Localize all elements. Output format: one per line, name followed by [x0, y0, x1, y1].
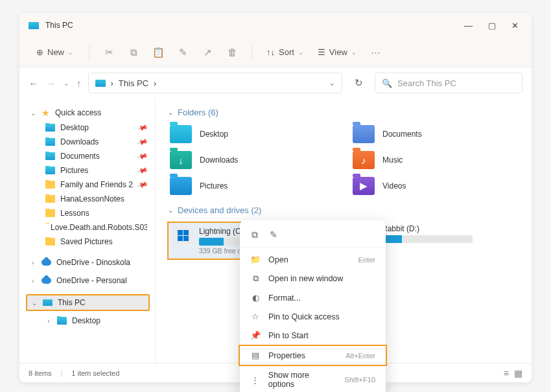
thispc-icon	[43, 299, 53, 306]
ctx-item-label: Open in new window	[268, 274, 343, 283]
status-item-count: 8 items	[29, 369, 51, 377]
ctx-item-label: Pin to Start	[268, 331, 309, 340]
rename-icon[interactable]: ✎	[174, 43, 192, 62]
sidebar-item-desktop[interactable]: Desktop📌	[26, 121, 151, 135]
chevron-down-icon: ⌄	[167, 109, 174, 116]
downloads-icon	[45, 138, 55, 146]
thispc-icon	[95, 80, 106, 87]
desktop-icon	[57, 317, 67, 325]
sidebar-item-folder[interactable]: HanaLessonNotes	[26, 192, 151, 206]
sidebar-thispc-desktop[interactable]: ›Desktop	[26, 314, 151, 328]
folder-music[interactable]: ♪Music	[350, 150, 520, 170]
ctx-item-label: Pin to Quick access	[268, 312, 340, 321]
cut-icon[interactable]: ✂	[100, 43, 118, 62]
star-icon: ☆	[250, 312, 261, 321]
folder-icon	[45, 209, 55, 217]
icons-view-toggle[interactable]: ▦	[514, 368, 522, 378]
sidebar-onedrive-personal[interactable]: › OneDrive - Personal	[26, 273, 151, 288]
ctx-shortcut: Shift+F10	[345, 376, 375, 384]
folders-section-header[interactable]: ⌄ Folders (6)	[167, 108, 520, 117]
chevron-down-icon[interactable]: ⌄	[329, 78, 335, 87]
documents-folder-icon	[353, 125, 375, 143]
pictures-icon	[45, 167, 55, 174]
minimize-button[interactable]: —	[464, 21, 473, 30]
section-header-label: Devices and drives (2)	[178, 205, 261, 215]
ctx-open-new-window[interactable]: ⧉Open in new window	[240, 269, 386, 288]
recent-dropdown[interactable]: ⌄	[64, 80, 69, 87]
maximize-button[interactable]: ▢	[488, 21, 496, 30]
folder-icon: 📁	[250, 255, 261, 264]
chevron-down-icon: ⌄	[298, 49, 303, 56]
more-icon[interactable]: ⋯	[367, 43, 385, 62]
paste-icon[interactable]: 📋	[149, 43, 167, 62]
rename-icon[interactable]: ✎	[270, 229, 277, 240]
documents-icon	[45, 152, 55, 160]
breadcrumb[interactable]: › This PC › ⌄	[88, 73, 343, 93]
folder-documents[interactable]: Documents	[350, 124, 520, 144]
up-button[interactable]: ↑	[76, 78, 82, 89]
sidebar-item-folder[interactable]: Saved Pictures	[26, 235, 151, 249]
sidebar-item-label: Desktop	[60, 123, 89, 132]
ctx-pin-quick-access[interactable]: ☆Pin to Quick access	[240, 307, 386, 326]
sidebar-quick-access[interactable]: ⌄ ★ Quick access	[26, 105, 151, 121]
pin-icon: 📌	[137, 136, 149, 148]
sidebar-item-downloads[interactable]: Downloads📌	[26, 135, 151, 149]
close-button[interactable]: ✕	[511, 21, 519, 30]
folder-label: Pictures	[200, 181, 228, 190]
folder-videos[interactable]: ▶Videos	[350, 176, 520, 196]
sidebar-item-documents[interactable]: Documents📌	[26, 149, 151, 163]
ctx-shortcut: Alt+Enter	[346, 352, 375, 360]
ctx-item-label: Open	[268, 255, 288, 264]
drives-section-header[interactable]: ⌄ Devices and drives (2)	[167, 205, 520, 215]
sidebar-item-label: Saved Pictures	[60, 237, 113, 246]
ctx-pin-start[interactable]: 📌Pin to Start	[240, 326, 386, 345]
context-menu-quick-actions: ⧉ ✎	[240, 225, 386, 248]
folder-downloads[interactable]: ↓Downloads	[167, 150, 337, 170]
sidebar-item-pictures[interactable]: Pictures📌	[26, 163, 151, 178]
sidebar-item-label: Downloads	[60, 137, 99, 146]
chevron-right-icon: ›	[45, 317, 52, 325]
view-icon: ☰	[318, 47, 325, 57]
sidebar-item-folder[interactable]: Lessons	[26, 206, 151, 220]
search-input[interactable]: 🔍 Search This PC	[375, 73, 522, 93]
breadcrumb-location[interactable]: This PC	[119, 78, 148, 88]
folder-pictures[interactable]: Pictures	[167, 176, 337, 196]
refresh-button[interactable]: ↻	[349, 77, 368, 89]
thispc-titlebar-icon	[29, 22, 39, 29]
copy-icon[interactable]: ⧉	[252, 229, 258, 240]
command-bar: ⊕ New ⌄ ✂ ⧉ 📋 ✎ ↗ 🗑 ↑↓ Sort ⌄ ☰ View ⌄ ⋯	[19, 38, 532, 67]
sort-button[interactable]: ↑↓ Sort ⌄	[263, 45, 307, 60]
navigation-pane: ⌄ ★ Quick access Desktop📌 Downloads📌 Doc…	[19, 98, 156, 363]
share-icon[interactable]: ↗	[198, 43, 217, 62]
ctx-format[interactable]: ◐Format...	[240, 288, 386, 307]
ctx-item-label: Show more options	[268, 371, 337, 389]
view-button[interactable]: ☰ View ⌄	[314, 45, 360, 60]
ctx-open[interactable]: 📁OpenEnter	[240, 250, 386, 269]
delete-icon[interactable]: 🗑	[223, 43, 241, 62]
folder-desktop[interactable]: Desktop	[167, 124, 337, 144]
sidebar-item-folder[interactable]: Love.Death.and.Robots.S03.10	[26, 220, 151, 235]
ctx-shortcut: Enter	[358, 256, 375, 264]
copy-icon[interactable]: ⧉	[124, 43, 143, 62]
pin-icon: 📌	[137, 122, 149, 133]
ctx-properties[interactable]: ▤PropertiesAlt+Enter	[239, 345, 387, 366]
sidebar-item-label: Desktop	[72, 316, 100, 325]
sort-icon: ↑↓	[266, 47, 275, 57]
new-button[interactable]: ⊕ New ⌄	[31, 43, 78, 61]
sidebar-onedrive-work[interactable]: › OneDrive - Dinoskola	[26, 255, 151, 270]
highlight-this-pc: ⌄ This PC	[26, 294, 150, 311]
chevron-down-icon: ⌄	[351, 49, 357, 56]
sidebar-item-label: Documents	[60, 152, 100, 161]
back-button[interactable]: ←	[29, 78, 38, 89]
sidebar-item-label: Family and Friends 2	[60, 180, 133, 189]
sidebar-item-folder[interactable]: Family and Friends 2📌	[26, 178, 151, 192]
forward-button[interactable]: →	[46, 78, 56, 89]
folder-label: Videos	[382, 181, 406, 190]
chevron-down-icon: ⌄	[31, 299, 38, 306]
sidebar-item-label: Pictures	[60, 166, 88, 175]
view-button-label: View	[329, 47, 347, 57]
sidebar-this-pc[interactable]: ⌄ This PC	[27, 295, 148, 310]
format-icon: ◐	[250, 293, 261, 303]
details-view-toggle[interactable]: ≡	[504, 368, 509, 378]
ctx-show-more[interactable]: ⋮Show more optionsShift+F10	[240, 366, 386, 392]
